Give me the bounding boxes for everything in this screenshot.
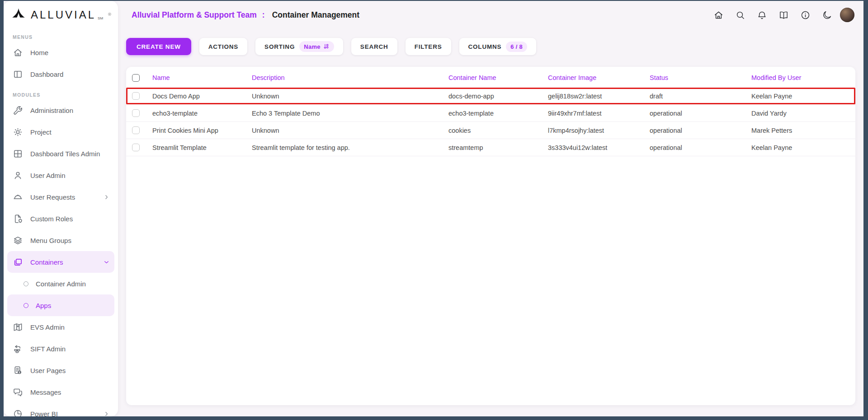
chevron-down-icon [103, 259, 110, 266]
column-header-modified-by-user[interactable]: Modified By User [749, 74, 855, 81]
column-header-container-image[interactable]: Container Image [545, 74, 647, 81]
cell-container-image: gelij818sw2r:latest [545, 93, 647, 100]
cell-container-name: cookies [446, 127, 545, 134]
tools-icon [13, 105, 23, 116]
sidebar-item-project[interactable]: Project [7, 121, 114, 143]
sidebar-item-label: Power BI [30, 410, 58, 417]
sidebar-item-custom-roles[interactable]: Custom Roles [7, 208, 114, 229]
radio-bullet-icon [24, 281, 28, 286]
page-title: Container Management [272, 10, 360, 20]
search-icon[interactable] [731, 6, 749, 24]
sidebar-item-label: Administration [30, 107, 73, 114]
sidebar-item-dashboard-tiles-admin[interactable]: Dashboard Tiles Admin [7, 143, 114, 164]
search-button[interactable]: SEARCH [351, 38, 397, 55]
table-body: Docs Demo AppUnknowndocs-demo-appgelij81… [126, 88, 855, 156]
cell-description: Streamlit template for testing app. [249, 144, 446, 151]
breadcrumb: Alluvial Platform & Support Team : Conta… [132, 10, 359, 20]
cell-container-image: 9iir49xhr7mf:latest [545, 110, 647, 117]
doc-info-icon [13, 365, 23, 376]
sidebar-item-label: EVS Admin [30, 323, 65, 331]
sidebar-toggle-icon[interactable] [108, 10, 112, 20]
toolbar: CREATE NEW ACTIONS SORTING Name SEARCH F… [126, 38, 855, 55]
sidebar-item-user-pages[interactable]: User Pages [7, 359, 114, 381]
brand-trademark: SM [98, 16, 103, 20]
sidebar-item-power-bi[interactable]: Power BI [7, 403, 114, 416]
columns-label: COLUMNS [468, 43, 502, 50]
cell-modified-by: Keelan Payne [749, 93, 855, 100]
sidebar-item-administration[interactable]: Administration [7, 99, 114, 121]
sidebar-item-label: Dashboard [30, 70, 63, 78]
sidebar-item-sift-admin[interactable]: SIFT Admin [7, 338, 114, 359]
sidebar-section-label: MENUS [13, 34, 114, 40]
messages-icon [13, 387, 23, 397]
columns-button[interactable]: COLUMNS 6 / 8 [459, 38, 537, 55]
doc-shield-icon [13, 214, 23, 224]
sorting-button[interactable]: SORTING Name [255, 38, 343, 55]
sorting-value: Name [304, 43, 321, 50]
sidebar-item-label: User Requests [30, 193, 75, 201]
column-header-status[interactable]: Status [647, 74, 749, 81]
brand: ALLUVIAL SM [4, 1, 118, 25]
sidebar-subitem-label: Apps [36, 302, 51, 309]
table-row-highlighted[interactable]: Docs Demo AppUnknowndocs-demo-appgelij81… [126, 88, 855, 105]
sidebar-item-user-admin[interactable]: User Admin [7, 164, 114, 186]
sidebar-subitem-container-admin[interactable]: Container Admin [7, 273, 114, 294]
info-icon[interactable] [797, 6, 814, 24]
table-row[interactable]: echo3-templateEcho 3 Template Demoecho3-… [126, 105, 855, 122]
home-icon[interactable] [710, 6, 727, 24]
sort-icon [322, 43, 330, 50]
cell-container-image: l7kmp4rsojhy:latest [545, 127, 647, 134]
sidebar-subitem-label: Container Admin [36, 280, 86, 288]
bell-dome-icon [13, 192, 23, 202]
row-checkbox[interactable] [132, 92, 140, 100]
table-row[interactable]: Print Cookies Mini AppUnknowncookiesl7km… [126, 122, 855, 139]
sidebar-item-user-requests[interactable]: User Requests [7, 186, 114, 208]
column-header-name[interactable]: Name [150, 74, 249, 81]
sidebar-item-label: User Pages [30, 367, 66, 374]
cell-modified-by: David Yardy [749, 110, 855, 117]
filters-button[interactable]: FILTERS [406, 38, 451, 55]
sidebar-item-home[interactable]: Home [7, 42, 114, 63]
sidebar-section-label: MODULES [13, 92, 114, 98]
row-checkbox[interactable] [132, 126, 140, 134]
app-window: ALLUVIAL SM MENUSHomeDashboardMODULESAdm… [4, 1, 863, 416]
column-header-container-name[interactable]: Container Name [446, 74, 545, 81]
sidebar-item-label: Custom Roles [30, 215, 73, 223]
create-new-button[interactable]: CREATE NEW [126, 38, 191, 55]
radio-bullet-icon [24, 303, 28, 308]
breadcrumb-team[interactable]: Alluvial Platform & Support Team [132, 10, 257, 20]
sidebar-item-label: Messages [30, 388, 61, 396]
sidebar-item-label: User Admin [30, 172, 66, 179]
actions-button[interactable]: ACTIONS [199, 38, 247, 55]
bell-icon[interactable] [753, 6, 771, 24]
sidebar-item-containers[interactable]: Containers [7, 251, 114, 273]
sidebar-subitem-apps[interactable]: Apps [7, 294, 114, 316]
sidebar-item-menu-groups[interactable]: Menu Groups [7, 229, 114, 251]
cell-status: operational [647, 127, 749, 134]
user-avatar[interactable] [840, 8, 854, 22]
sidebar-nav: MENUSHomeDashboardMODULESAdministrationP… [4, 25, 118, 416]
book-icon[interactable] [775, 6, 793, 24]
cell-name: Streamlit Template [150, 144, 249, 151]
alluvial-logo-icon [11, 7, 26, 23]
sidebar-item-evs-admin[interactable]: EVS Admin [7, 316, 114, 338]
cell-description: Unknown [249, 93, 446, 100]
sidebar-item-dashboard[interactable]: Dashboard [7, 63, 114, 85]
sidebar-item-label: SIFT Admin [30, 345, 66, 353]
sidebar-item-label: Project [30, 128, 52, 136]
sidebar-item-messages[interactable]: Messages [7, 381, 114, 403]
select-all-checkbox[interactable] [132, 74, 140, 82]
cell-container-name: echo3-template [446, 110, 545, 117]
layers-icon [13, 235, 23, 246]
cell-modified-by: Keelan Payne [749, 144, 855, 151]
table-row[interactable]: Streamlit TemplateStreamlit template for… [126, 139, 855, 156]
row-checkbox[interactable] [132, 109, 140, 117]
cell-status: draft [647, 93, 749, 100]
dashboard-icon [13, 69, 23, 79]
cell-container-name: streamtemp [446, 144, 545, 151]
cell-description: Unknown [249, 127, 446, 134]
column-header-description[interactable]: Description [249, 74, 446, 81]
moon-icon[interactable] [818, 6, 836, 24]
row-checkbox[interactable] [132, 144, 140, 151]
cell-status: operational [647, 144, 749, 151]
